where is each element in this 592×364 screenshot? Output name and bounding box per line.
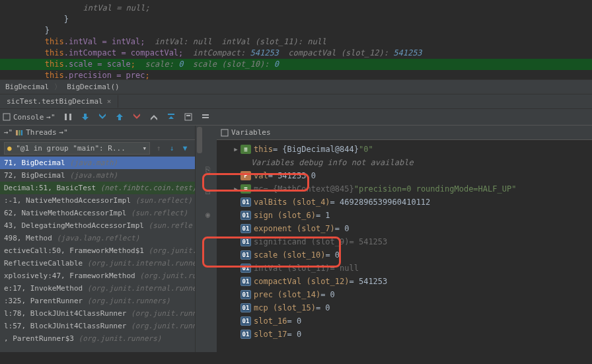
variable-node[interactable]: ▶01valBits (slot_4) = 469289653996041011… — [217, 196, 592, 209]
stack-frame[interactable]: 62, NativeMethodAccessorImpl (sun.reflec… — [0, 207, 195, 219]
code-editor[interactable]: intVal = null; } } this.intVal = intVal;… — [0, 0, 592, 79]
svg-rect-7 — [21, 130, 22, 135]
stack-frame[interactable]: xplosively:47, FrameworkMethod (org.juni… — [0, 270, 195, 282]
stack-frame[interactable]: l:78, BlockJUnit4ClassRunner (org.junit.… — [0, 307, 195, 320]
run-to-cursor-icon[interactable] — [164, 110, 178, 124]
variable-node[interactable]: ▶01slot_17 = 0 — [217, 328, 592, 341]
threads-panel-header: →" Threads →" — [0, 126, 195, 140]
breadcrumb-method[interactable]: BigDecimal() — [67, 83, 119, 91]
svg-rect-2 — [186, 115, 190, 116]
variable-node[interactable]: ▶01compactVal (slot_12) = 541253 — [217, 275, 592, 288]
svg-rect-8 — [221, 129, 228, 136]
watch-icon[interactable]: ◉ — [205, 210, 215, 219]
variable-node[interactable]: ▶01sign (slot_6) = 1 — [217, 209, 592, 222]
step-into-icon[interactable] — [95, 110, 110, 124]
variables-tree[interactable]: ▶≡this = {BigDecimal@844} "0"▶Variables … — [217, 140, 592, 344]
stack-frame[interactable]: l:57, BlockJUnit4ClassRunner (org.junit.… — [0, 320, 195, 332]
variable-node[interactable]: ▶01prec (slot_14) = 0 — [217, 288, 592, 301]
stack-frame[interactable]: 498, Method (java.lang.reflect) — [0, 232, 195, 244]
svg-rect-1 — [185, 114, 192, 120]
thread-select[interactable]: ● "@1 in group "main": R... ▾ — [4, 142, 150, 155]
variable-node[interactable]: ▶01significand (slot_9) = 541253 — [217, 235, 592, 248]
show-exec-point-icon[interactable] — [61, 110, 75, 124]
copy-icon[interactable]: ⎘ — [205, 165, 215, 174]
prev-frame-icon[interactable]: ↑ — [153, 143, 165, 155]
variable-node[interactable]: ▶≡mc = {MathContext@845} "precision=0 ro… — [217, 182, 592, 196]
variable-node[interactable]: ▶01slot_16 = 0 — [217, 314, 592, 328]
drop-frame-icon[interactable] — [147, 110, 161, 124]
current-execution-line: this.scale = scale; scale: 0 scale (slot… — [0, 59, 592, 70]
stack-frame[interactable]: e:17, InvokeMethod (org.junit.internal.r… — [0, 282, 195, 295]
variable-node[interactable]: ▶≡this = {BigDecimal@844} "0" — [217, 143, 592, 156]
thread-selector-row: ● "@1 in group "main": R... ▾ ↑ ↓ ▼ — [0, 140, 195, 157]
variables-icon — [221, 129, 229, 137]
variable-node[interactable]: ▶01intVal (slot_11) = null — [217, 262, 592, 275]
stack-frame[interactable]: ReflectiveCallable (org.junit.internal.r… — [0, 257, 195, 270]
variables-panel-header: Variables — [217, 126, 592, 140]
stack-frame[interactable]: Decimal:51, BasicTest (net.finbtc.coin.t… — [0, 182, 195, 194]
stack-frame[interactable]: , ParentRunner$3 (org.junit.runners) — [0, 332, 195, 345]
variable-node[interactable]: ▶01exponent (slot_7) = 0 — [217, 222, 592, 235]
variable-node[interactable]: ▶Variables debug info not available — [217, 156, 592, 169]
settings-icon[interactable] — [198, 110, 213, 124]
bookmark-icon[interactable]: ▭ — [205, 188, 215, 197]
breadcrumb: BigDecimal 〉 BigDecimal() — [0, 79, 592, 94]
force-step-icon[interactable] — [130, 110, 144, 124]
breadcrumb-class[interactable]: BigDecimal — [5, 83, 49, 91]
step-out-icon[interactable] — [112, 110, 127, 124]
svg-rect-6 — [18, 130, 20, 135]
svg-rect-5 — [16, 130, 18, 135]
variable-node[interactable]: ▶01scale (slot_10) = 0 — [217, 248, 592, 262]
svg-rect-3 — [202, 114, 209, 116]
threads-icon — [15, 129, 23, 137]
svg-rect-4 — [202, 117, 209, 118]
stack-frame[interactable]: :325, ParentRunner (org.junit.runners) — [0, 295, 195, 307]
stack-frame[interactable]: ectiveCall:50, FrameworkMethod$1 (org.ju… — [0, 244, 195, 257]
stack-frame[interactable]: 72, BigDecimal (java.math) — [0, 169, 195, 182]
stack-frame[interactable]: 43, DelegatingMethodAccessorImpl (sun.re… — [0, 219, 195, 232]
scrollbar[interactable] — [196, 126, 204, 352]
run-tab-bar: sicTest.testBigDecimal × — [0, 94, 592, 109]
step-over-icon[interactable] — [78, 110, 92, 124]
filter-icon[interactable]: ▼ — [179, 143, 191, 155]
svg-rect-0 — [3, 114, 10, 120]
evaluate-icon[interactable] — [181, 110, 196, 124]
variable-node[interactable]: ▶Pval = 541253.0 — [217, 169, 592, 182]
run-tab[interactable]: sicTest.testBigDecimal × — [0, 95, 118, 108]
close-icon[interactable]: × — [107, 97, 112, 106]
next-frame-icon[interactable]: ↓ — [166, 143, 178, 155]
debug-toolbar: Console →" — [0, 109, 592, 126]
console-tab[interactable]: Console →" — [3, 113, 56, 122]
stack-frame[interactable]: 71, BigDecimal (java.math) — [0, 157, 195, 169]
variable-node[interactable]: ▶01mcp (slot_15) = 0 — [217, 301, 592, 314]
left-gutter: ⎘ ▭ ◉ — [204, 126, 217, 352]
stack-frame[interactable]: :-1, NativeMethodAccessorImpl (sun.refle… — [0, 194, 195, 207]
breadcrumb-separator-icon: 〉 — [54, 82, 61, 92]
frames-list[interactable]: 71, BigDecimal (java.math)72, BigDecimal… — [0, 157, 195, 352]
